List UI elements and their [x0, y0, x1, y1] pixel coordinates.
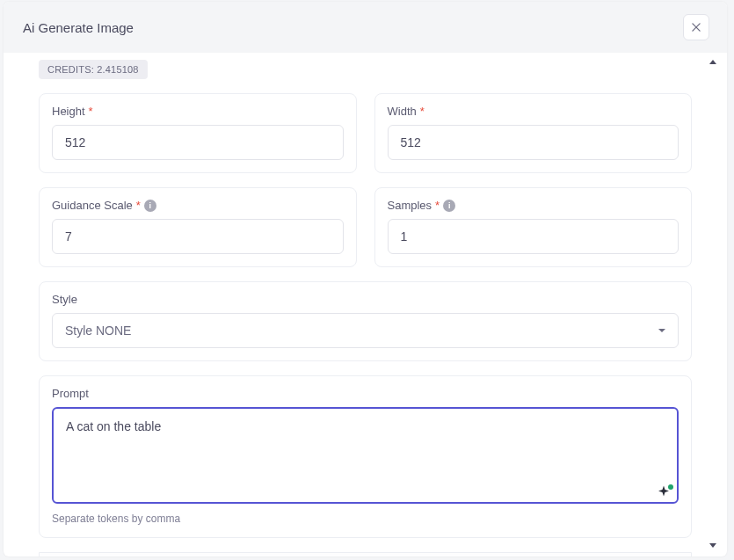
prompt-field-card: Prompt Separate tokens by comma: [39, 375, 692, 538]
guidance-scale-label-text: Guidance Scale: [52, 199, 133, 212]
width-field-card: Width*: [374, 93, 693, 173]
status-dot-icon: [668, 484, 673, 490]
width-label: Width*: [388, 105, 679, 118]
close-icon: [690, 21, 702, 33]
ai-generate-image-modal: Ai Generate Image CREDITS: 2.415108 Heig…: [4, 2, 727, 556]
style-label-text: Style: [52, 293, 77, 306]
guidance-scale-field-card: Guidance Scale* i: [39, 187, 357, 267]
height-label-text: Height: [52, 105, 85, 118]
prompt-label-text: Prompt: [52, 387, 89, 400]
scroll-down-icon[interactable]: [709, 543, 716, 548]
modal-header: Ai Generate Image: [4, 2, 727, 53]
height-label: Height*: [52, 105, 344, 118]
prompt-textarea[interactable]: [52, 407, 679, 504]
guidance-scale-input[interactable]: [52, 219, 344, 254]
close-button[interactable]: [683, 14, 709, 40]
width-label-text: Width: [388, 105, 417, 118]
height-input[interactable]: [52, 125, 344, 160]
width-input[interactable]: [388, 125, 679, 160]
required-icon: *: [136, 199, 141, 212]
info-icon[interactable]: i: [144, 200, 156, 212]
samples-label-text: Samples: [388, 199, 432, 212]
prompt-label: Prompt: [52, 387, 679, 400]
samples-label: Samples* i: [388, 199, 679, 212]
style-select[interactable]: Style NONE: [52, 313, 679, 348]
chevron-down-icon: [658, 329, 665, 332]
height-field-card: Height*: [39, 93, 357, 173]
credits-badge: CREDITS: 2.415108: [39, 60, 148, 79]
samples-input[interactable]: [388, 219, 679, 254]
required-icon: *: [89, 105, 93, 118]
style-field-card: Style Style NONE: [39, 281, 692, 361]
modal-body: CREDITS: 2.415108 Height* Width*: [4, 53, 727, 556]
style-label: Style: [52, 293, 679, 306]
style-selected-value: Style NONE: [65, 324, 131, 338]
samples-field-card: Samples* i: [374, 187, 693, 267]
info-icon[interactable]: i: [443, 200, 455, 212]
modal-footer: Cancel Generate: [39, 552, 692, 556]
prompt-helper-text: Separate tokens by comma: [52, 513, 679, 525]
modal-title: Ai Generate Image: [23, 20, 134, 35]
guidance-scale-label: Guidance Scale* i: [52, 199, 344, 212]
required-icon: *: [435, 199, 440, 212]
required-icon: *: [420, 105, 425, 118]
